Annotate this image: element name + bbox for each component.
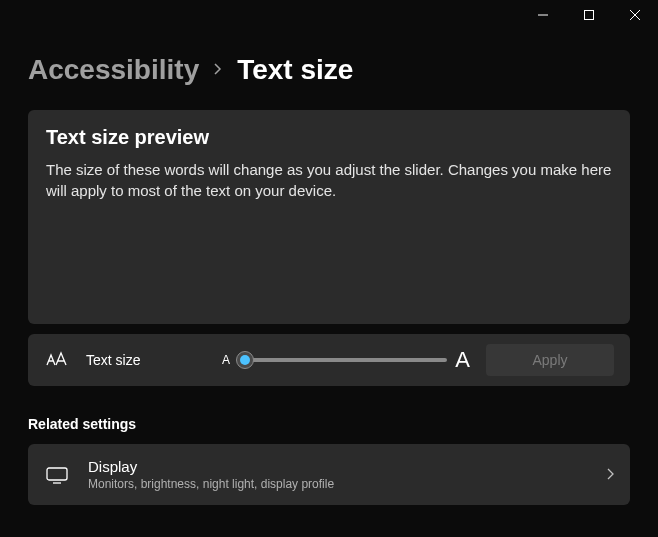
- slider-thumb-indicator: [240, 355, 250, 365]
- window-close-button[interactable]: [612, 0, 658, 30]
- maximize-icon: [584, 10, 594, 20]
- text-size-preview-card: Text size preview The size of these word…: [28, 110, 630, 324]
- display-settings-link[interactable]: Display Monitors, brightness, night ligh…: [28, 444, 630, 505]
- text-size-slider[interactable]: [238, 358, 447, 362]
- slider-min-marker: A: [222, 353, 230, 367]
- chevron-right-icon: [606, 466, 614, 484]
- page-title: Text size: [237, 54, 353, 86]
- breadcrumb: Accessibility Text size: [28, 54, 630, 86]
- display-link-title: Display: [88, 458, 588, 475]
- minimize-icon: [538, 10, 548, 20]
- text-size-label: Text size: [86, 352, 206, 368]
- text-size-icon: [44, 351, 70, 369]
- slider-max-marker: A: [455, 347, 470, 373]
- svg-rect-1: [585, 11, 594, 20]
- text-size-slider-row: Text size A A Apply: [28, 334, 630, 386]
- display-icon: [44, 466, 70, 484]
- display-link-subtitle: Monitors, brightness, night light, displ…: [88, 477, 588, 491]
- slider-thumb[interactable]: [236, 351, 254, 369]
- slider-group: A A: [222, 347, 470, 373]
- preview-title: Text size preview: [46, 126, 612, 149]
- related-settings-header: Related settings: [28, 416, 630, 432]
- preview-body: The size of these words will change as y…: [46, 159, 612, 201]
- breadcrumb-parent[interactable]: Accessibility: [28, 54, 199, 86]
- window-minimize-button[interactable]: [520, 0, 566, 30]
- close-icon: [630, 10, 640, 20]
- apply-button[interactable]: Apply: [486, 344, 614, 376]
- window-maximize-button[interactable]: [566, 0, 612, 30]
- svg-rect-4: [47, 468, 67, 480]
- chevron-right-icon: [213, 60, 223, 81]
- window-titlebar: [0, 0, 658, 30]
